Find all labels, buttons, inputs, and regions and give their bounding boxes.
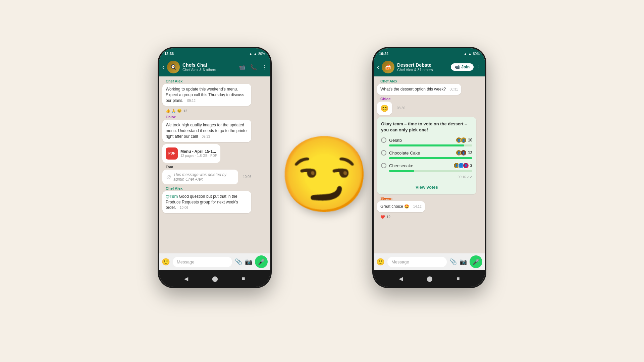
- chat-header-left: ‹ 🍳 Chefs Chat Chef Alex & 6 others 📹 📞 …: [159, 58, 270, 76]
- avatar-right: 🍰: [382, 61, 394, 73]
- message-text: Working to update this weekend's menu. E…: [166, 87, 244, 103]
- nav-bar-left: ◀ ⬤ ■: [159, 270, 270, 287]
- poll-radio-cheese[interactable]: [381, 163, 386, 168]
- more-options-right-icon[interactable]: ⋮: [476, 64, 482, 70]
- reactions-row: 👍 🙏 😊 12: [166, 109, 267, 113]
- reaction-emoji-right: ❤️: [380, 215, 385, 219]
- message-text: What's the dessert option this week?: [380, 87, 446, 92]
- poll-label-cheese: Cheesecake: [389, 163, 451, 168]
- chat-members-right: Chef Alex & 31 others: [397, 68, 448, 72]
- chat-info-right: Dessert Debate Chef Alex & 31 others: [397, 62, 448, 72]
- avatar-left: 🍳: [167, 61, 180, 73]
- chat-info-left: Chefs Chat Chef Alex & 6 others: [182, 62, 236, 72]
- message-time: 09:33: [202, 135, 210, 138]
- message-time: 10:06: [243, 175, 251, 179]
- message-time: 14:12: [413, 205, 422, 208]
- mic-button-left[interactable]: 🎤: [255, 255, 268, 268]
- phone-left: 12:36 ▲ ▲ 80% ‹ 🍳 Chefs Chat Chef Alex &…: [158, 47, 272, 288]
- deleted-bubble: ⊘ This message was deleted by admin Chef…: [162, 170, 238, 184]
- chat-members-left: Chef Alex & 6 others: [182, 68, 236, 72]
- reactions-row-right: ❤️ 12: [380, 215, 482, 219]
- poll-radio-gelato[interactable]: [381, 137, 386, 143]
- camera-icon[interactable]: 📷: [245, 258, 252, 265]
- message-time: 10:06: [180, 206, 188, 209]
- message-time: 09:12: [187, 99, 196, 103]
- message-input-left[interactable]: Message: [173, 257, 232, 267]
- poll-footer: 09:16 ✓✓: [381, 175, 472, 179]
- chat-body-right: Chef Alex What's the dessert option this…: [374, 76, 485, 253]
- poll-radio-choc[interactable]: [381, 150, 386, 156]
- poll-label-choc: Chocolate Cake: [389, 150, 453, 156]
- reaction-emoji: 👍 🙏 😊: [166, 109, 182, 113]
- poll-voters-choc: 👤 👤 12: [456, 150, 472, 156]
- signal-icon: ▲: [249, 52, 252, 56]
- chat-input-bar-left: 🙂 Message 📎 📷 🎤: [159, 253, 270, 270]
- list-item: Steven Great choice 🤩 14:12: [377, 196, 466, 212]
- poll-option-cheese[interactable]: Cheesecake 👤 👤 👤 3: [381, 163, 472, 172]
- emoji-input-icon[interactable]: 🙂: [162, 258, 170, 266]
- list-item: Chef Alex @Tom Good question but put tha…: [162, 186, 251, 213]
- back-nav-icon-right[interactable]: ◀: [399, 276, 403, 282]
- home-nav-icon[interactable]: ⬤: [212, 276, 218, 282]
- list-item: Chef Alex Working to update this weekend…: [162, 79, 251, 106]
- back-button-right[interactable]: ‹: [377, 64, 379, 71]
- winking-emoji-overlay: 😏: [278, 137, 366, 225]
- attach-icon-right[interactable]: 📎: [449, 258, 457, 265]
- bubble: We took high quality images for the upda…: [162, 120, 251, 142]
- chat-name-right: Dessert Debate: [397, 62, 448, 68]
- poll-message: Okay team – time to vote on the dessert …: [377, 117, 476, 194]
- recent-nav-icon-right[interactable]: ■: [457, 276, 460, 282]
- pdf-info: Menu - April 15-1... 12 pages · 1.8 GB ·…: [180, 149, 217, 158]
- poll-label-gelato: Gelato: [389, 138, 453, 143]
- list-item: PDF Menu - April 15-1... 12 pages · 1.8 …: [162, 144, 257, 163]
- video-call-icon[interactable]: 📹: [239, 64, 246, 70]
- back-button-left[interactable]: ‹: [162, 64, 164, 71]
- poll-bar-cheese: [389, 170, 472, 172]
- poll-time: 09:16 ✓✓: [458, 175, 473, 179]
- message-time: 08:31: [449, 87, 458, 91]
- mic-button-right[interactable]: 🎤: [470, 255, 482, 268]
- deleted-text: This message was deleted by admin Chef A…: [173, 172, 235, 182]
- poll-bubble: Okay team – time to vote on the dessert …: [377, 117, 476, 194]
- wifi-icon: ▲: [254, 52, 257, 56]
- camera-icon-right[interactable]: 📷: [460, 258, 467, 265]
- chat-body-left: Chef Alex Working to update this weekend…: [159, 76, 270, 253]
- chat-input-bar-right: 🙂 Message 📎 📷 🎤: [374, 253, 485, 270]
- status-bar-right: 16:24 ▲ ▲ 80%: [374, 48, 485, 58]
- more-options-icon[interactable]: ⋮: [262, 64, 267, 70]
- recent-nav-icon[interactable]: ■: [242, 276, 245, 282]
- video-icon-join: 📹: [455, 65, 460, 69]
- phone-right: 16:24 ▲ ▲ 80% ‹ 🍰 Dessert Debate Chef Al…: [372, 47, 486, 288]
- sender-name: Tom: [162, 165, 173, 169]
- pdf-bubble[interactable]: PDF Menu - April 15-1... 12 pages · 1.8 …: [162, 144, 220, 163]
- sender-name: Chloe: [377, 97, 391, 101]
- bubble: What's the dessert option this week? 08:…: [377, 84, 461, 95]
- sender-name: Chloe: [162, 115, 176, 119]
- home-nav-icon-right[interactable]: ⬤: [427, 276, 433, 282]
- message-time: 08:36: [397, 106, 405, 110]
- signal-icon-right: ▲: [464, 52, 467, 56]
- message-text: Great choice 🤩: [380, 204, 409, 209]
- phone-call-icon[interactable]: 📞: [250, 64, 257, 70]
- attach-icon[interactable]: 📎: [235, 258, 242, 265]
- poll-voters-gelato: 👤 👤 10: [456, 137, 472, 143]
- voter-avatar: 👤: [463, 163, 469, 169]
- mention-tag: @Tom: [166, 194, 178, 199]
- emoji-input-icon-right[interactable]: 🙂: [376, 258, 385, 266]
- back-nav-icon[interactable]: ◀: [184, 276, 188, 282]
- voter-avatar: 👤: [461, 137, 467, 143]
- status-icons-right: ▲ ▲ 80%: [464, 52, 480, 56]
- poll-bar-choc: [389, 157, 472, 159]
- join-button[interactable]: 📹 Join: [451, 63, 474, 71]
- sender-name: Chef Alex: [162, 79, 182, 83]
- battery-right: 80%: [473, 52, 480, 56]
- view-votes-button[interactable]: View votes: [381, 182, 472, 190]
- sender-name: Steven: [377, 196, 392, 200]
- bubble: Great choice 🤩 14:12: [377, 201, 425, 212]
- list-item: Tom ⊘ This message was deleted by admin …: [162, 165, 251, 184]
- message-input-right[interactable]: Message: [387, 257, 447, 267]
- poll-option-choc[interactable]: Chocolate Cake 👤 👤 12: [381, 150, 472, 159]
- chat-header-right: ‹ 🍰 Dessert Debate Chef Alex & 31 others…: [374, 58, 485, 76]
- poll-option-gelato[interactable]: Gelato 👤 👤 10: [381, 137, 472, 146]
- list-item: Chef Alex What's the dessert option this…: [377, 79, 466, 95]
